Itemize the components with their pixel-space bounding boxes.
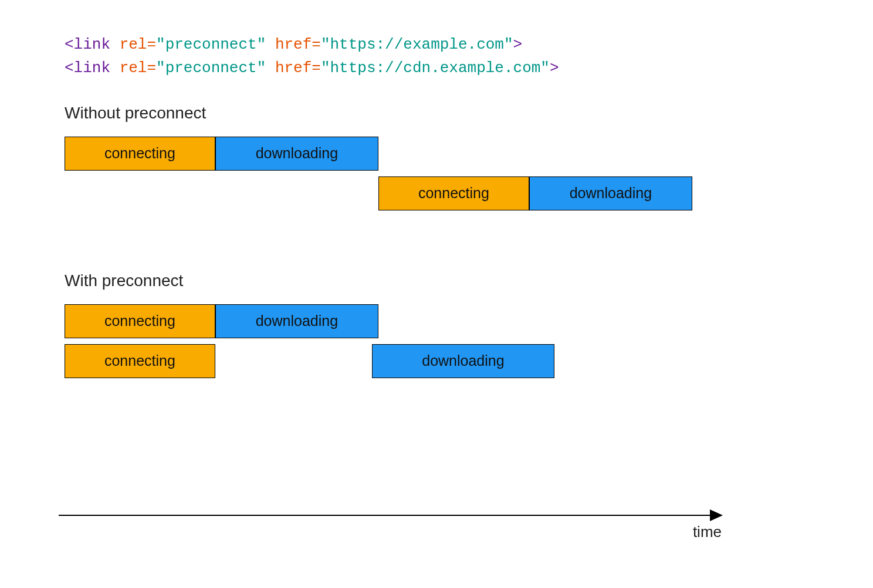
code-attr-name: href= [275, 36, 321, 53]
downloading-bar: downloading [372, 344, 554, 378]
code-line-1: <link rel="preconnect" href="https://exa… [65, 33, 808, 56]
time-axis: time [59, 515, 722, 516]
connecting-bar: connecting [65, 304, 215, 338]
code-tag: <link [65, 59, 110, 77]
arrow-right-icon [710, 509, 723, 521]
timeline-row: connecting downloading [65, 344, 692, 379]
timeline-row: connecting downloading [65, 137, 692, 172]
axis-line [59, 515, 722, 516]
code-attr-value: "https://example.com" [321, 36, 513, 53]
connecting-bar: connecting [378, 176, 529, 210]
timeline-without: connecting downloading connecting downlo… [65, 137, 692, 212]
code-snippet: <link rel="preconnect" href="https://exa… [65, 33, 808, 80]
axis-label: time [693, 523, 722, 541]
downloading-bar: downloading [215, 304, 378, 338]
code-tag: <link [65, 36, 110, 53]
downloading-bar: downloading [529, 176, 692, 210]
heading-without-preconnect: Without preconnect [65, 104, 808, 123]
code-attr-value: "preconnect" [156, 36, 266, 53]
connecting-bar: connecting [65, 344, 215, 378]
code-attr-name: rel= [120, 59, 156, 77]
code-attr-value: "https://cdn.example.com" [321, 59, 550, 77]
code-tag-close: > [550, 59, 559, 77]
code-tag-close: > [513, 36, 523, 53]
code-attr-name: href= [275, 59, 321, 77]
timeline-with: connecting downloading connecting downlo… [65, 304, 692, 379]
code-line-2: <link rel="preconnect" href="https://cdn… [65, 56, 808, 80]
downloading-bar: downloading [215, 137, 378, 171]
timeline-row: connecting downloading [65, 176, 692, 212]
timeline-row: connecting downloading [65, 304, 692, 339]
heading-with-preconnect: With preconnect [65, 271, 808, 290]
connecting-bar: connecting [65, 137, 215, 171]
code-attr-name: rel= [120, 36, 156, 53]
code-attr-value: "preconnect" [156, 59, 266, 77]
